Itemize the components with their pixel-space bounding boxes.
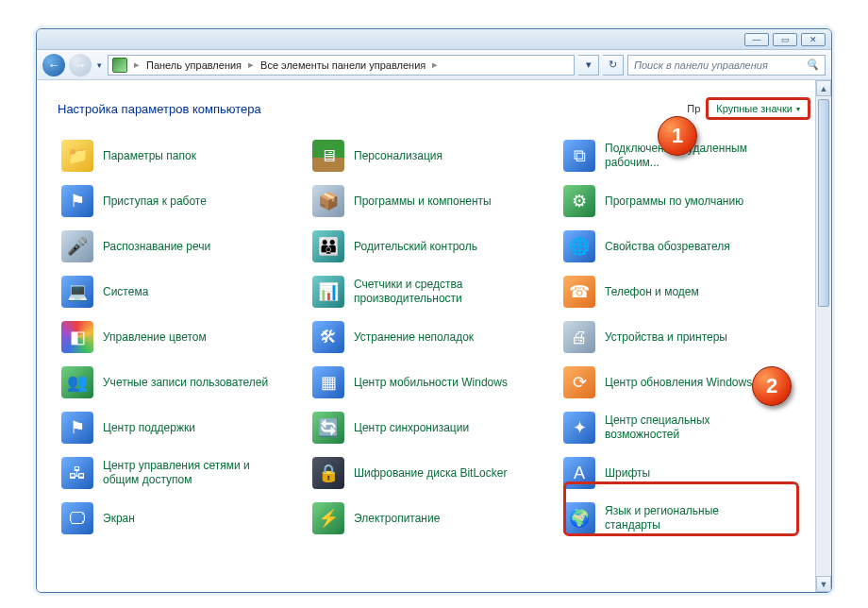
control-panel-item[interactable]: 🔒Шифрование диска BitLocker (309, 450, 559, 496)
item-label: Система (103, 285, 148, 299)
item-icon: 📁 (61, 140, 93, 172)
content-header: Настройка параметров компьютера Пр Крупн… (58, 97, 810, 120)
control-panel-item[interactable]: AШрифты (559, 450, 810, 496)
view-by-dropdown[interactable]: Крупные значки ▾ (706, 97, 810, 120)
close-button[interactable]: ✕ (801, 33, 826, 46)
item-icon: ⟳ (563, 366, 595, 398)
control-panel-item[interactable]: 💻Система (58, 269, 309, 314)
control-panel-icon (112, 58, 127, 73)
item-icon: 🎤 (61, 230, 93, 262)
breadcrumb-1[interactable]: Панель управления (146, 59, 242, 71)
item-label: Распознавание речи (103, 240, 210, 254)
item-label: Свойства обозревателя (605, 240, 730, 254)
item-label: Шифрование диска BitLocker (354, 466, 507, 481)
item-label: Телефон и модем (605, 285, 699, 299)
item-icon: 🖧 (61, 457, 93, 489)
nav-history-dropdown[interactable]: ▾ (95, 60, 104, 70)
item-icon: ⧉ (563, 140, 595, 172)
item-label: Электропитание (354, 512, 440, 526)
control-panel-item[interactable]: ✦Центр специальных возможностей (559, 405, 810, 450)
nav-forward-button[interactable]: → (69, 54, 92, 76)
item-label: Устройства и принтеры (605, 330, 727, 345)
chevron-down-icon: ▾ (796, 105, 800, 113)
item-label: Центр синхронизации (354, 421, 469, 435)
control-panel-item[interactable]: 🔄Центр синхронизации (309, 405, 559, 450)
titlebar: — ▭ ✕ (37, 29, 831, 50)
item-label: Управление цветом (103, 330, 207, 345)
item-label: Учетные записи пользователей (103, 376, 268, 390)
minimize-button[interactable]: — (744, 33, 769, 46)
page-title: Настройка параметров компьютера (58, 102, 261, 116)
item-icon: 👪 (312, 230, 344, 262)
item-icon: 💻 (61, 276, 93, 308)
maximize-button[interactable]: ▭ (773, 33, 797, 46)
item-label: Центр мобильности Windows (354, 376, 508, 390)
item-icon: 🖥 (312, 140, 344, 172)
scroll-up-button[interactable]: ▲ (816, 80, 831, 96)
item-icon: ⚑ (61, 185, 93, 217)
item-icon: ▦ (312, 366, 344, 398)
item-label: Приступая к работе (103, 194, 207, 209)
item-icon: ⚙ (563, 185, 595, 217)
addr-dropdown-button[interactable]: ▾ (578, 55, 599, 76)
scroll-thumb[interactable] (818, 99, 829, 307)
control-panel-item[interactable]: 🖥Персонализация (309, 133, 559, 178)
item-icon: ⚡ (312, 502, 344, 534)
search-input[interactable]: Поиск в панели управления 🔍 (627, 55, 826, 76)
item-icon: 🌍 (563, 502, 595, 534)
control-panel-item[interactable]: 🖨Устройства и принтеры (559, 314, 810, 360)
view-by-control: Пр Крупные значки ▾ (687, 97, 810, 120)
breadcrumb-2[interactable]: Все элементы панели управления (260, 59, 426, 71)
control-panel-item[interactable]: 👪Родительский контроль (309, 224, 559, 269)
control-panel-item[interactable]: ⚡Электропитание (309, 496, 559, 541)
control-panel-item[interactable]: 🖧Центр управления сетями и общим доступо… (58, 450, 309, 496)
control-panel-item[interactable]: 📦Программы и компоненты (309, 178, 559, 224)
item-label: Центр специальных возможностей (605, 414, 775, 442)
control-panel-item[interactable]: 👥Учетные записи пользователей (58, 360, 309, 405)
control-panel-window: — ▭ ✕ ← → ▾ ▸ Панель управления ▸ Все эл… (36, 28, 832, 593)
search-icon: 🔍 (806, 59, 819, 71)
control-panel-item[interactable]: ⚑Приступая к работе (58, 178, 309, 224)
scroll-down-button[interactable]: ▼ (816, 576, 831, 592)
item-label: Параметры папок (103, 149, 196, 163)
breadcrumb-bar[interactable]: ▸ Панель управления ▸ Все элементы панел… (108, 55, 575, 76)
control-panel-item[interactable]: ☎Телефон и модем (559, 269, 810, 314)
item-label: Язык и региональные стандарты (605, 504, 775, 532)
item-icon: 🛠 (312, 321, 344, 353)
view-by-value: Крупные значки (716, 103, 793, 114)
item-icon: 👥 (61, 366, 93, 398)
breadcrumb-sep: ▸ (429, 59, 441, 71)
breadcrumb-sep: ▸ (131, 59, 142, 71)
control-panel-item[interactable]: 🛠Устранение неполадок (309, 314, 559, 360)
item-icon: ⚑ (61, 412, 93, 444)
control-panel-item[interactable]: 🎤Распознавание речи (58, 224, 309, 269)
control-panel-item[interactable]: ⚙Программы по умолчанию (559, 178, 810, 224)
callout-1: 1 (658, 116, 697, 156)
control-panel-item[interactable]: 🌐Свойства обозревателя (559, 224, 810, 269)
item-label: Центр управления сетями и общим доступом (103, 459, 273, 487)
control-panel-item[interactable]: 🖵Экран (58, 496, 309, 541)
refresh-button[interactable]: ↻ (603, 55, 624, 76)
item-label: Центр поддержки (103, 421, 195, 435)
item-icon: ✦ (563, 412, 595, 444)
control-panel-item[interactable]: ◧Управление цветом (58, 314, 309, 360)
content-area: Настройка параметров компьютера Пр Крупн… (37, 80, 831, 592)
nav-back-button[interactable]: ← (42, 54, 65, 76)
control-panel-item[interactable]: 📊Счетчики и средства производительности (309, 269, 559, 314)
item-icon: A (563, 457, 595, 489)
item-icon: ◧ (61, 321, 93, 353)
item-icon: 🌐 (563, 230, 595, 262)
item-icon: 📊 (312, 276, 344, 308)
control-panel-item[interactable]: ▦Центр мобильности Windows (309, 360, 559, 405)
vertical-scrollbar[interactable]: ▲ ▼ (815, 80, 831, 592)
item-icon: 📦 (312, 185, 344, 217)
item-label: Счетчики и средства производительности (354, 278, 524, 306)
control-panel-item[interactable]: ⚑Центр поддержки (58, 405, 309, 450)
item-label: Персонализация (354, 149, 442, 163)
callout-2: 2 (752, 366, 792, 406)
item-label: Программы и компоненты (354, 194, 492, 209)
item-icon: 🔒 (312, 457, 344, 489)
control-panel-item[interactable]: 📁Параметры папок (58, 133, 309, 178)
item-label: Устранение неполадок (354, 330, 474, 345)
control-panel-item[interactable]: 🌍Язык и региональные стандарты (559, 496, 810, 541)
